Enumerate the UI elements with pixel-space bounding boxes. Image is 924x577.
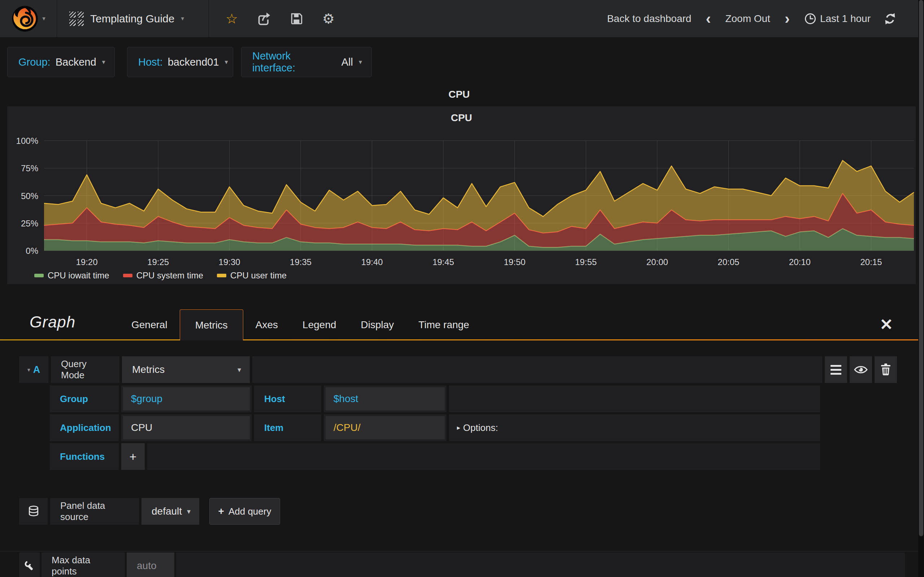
star-button[interactable]: ☆ xyxy=(226,11,238,27)
panel-title[interactable]: CPU xyxy=(7,112,916,124)
item-field-cell: /CPU/ xyxy=(324,414,446,441)
graph-panel: CPU 19:2019:2519:3019:3519:4019:4519:501… xyxy=(7,106,916,284)
tab-display[interactable]: Display xyxy=(349,309,406,340)
legend-label: CPU system time xyxy=(136,271,203,280)
grafana-page: ▾ Templating Guide ▾ ☆ xyxy=(0,0,924,577)
item-label: Item xyxy=(254,414,321,441)
max-data-points-row: Max data points auto xyxy=(19,553,905,577)
group-input[interactable]: $group xyxy=(123,387,250,410)
datasource-value: default xyxy=(152,506,182,517)
tab-general[interactable]: General xyxy=(119,309,180,340)
svg-text:19:25: 19:25 xyxy=(147,257,169,267)
host-input[interactable]: $host xyxy=(326,387,445,410)
application-label: Application xyxy=(50,414,119,441)
options-toggle[interactable]: ▸ Options: xyxy=(457,422,498,434)
section-divider xyxy=(0,551,918,551)
query-row-application-item: Application CPU Item /CPU/ ▸ Options: xyxy=(50,414,820,441)
panel-editor-header: Graph General Metrics Axes Legend Displa… xyxy=(0,309,918,340)
clock-icon xyxy=(804,13,816,25)
svg-text:20:00: 20:00 xyxy=(646,257,668,267)
query-mode-select[interactable]: Metrics ▾ xyxy=(122,356,250,383)
tab-time-range[interactable]: Time range xyxy=(406,309,481,340)
page-scrollbar xyxy=(918,0,924,577)
application-input[interactable]: CPU xyxy=(123,416,250,439)
query-collapse-cell[interactable]: ▾ A xyxy=(19,356,48,383)
datasource-select[interactable]: default ▾ xyxy=(142,498,199,525)
template-var-host[interactable]: Host: backend01 ▾ xyxy=(127,47,233,77)
chevron-down-icon: ▾ xyxy=(359,58,362,66)
gear-icon: ⚙ xyxy=(322,11,334,27)
time-forward-chevron[interactable]: › xyxy=(783,11,791,26)
tab-axes[interactable]: Axes xyxy=(243,309,290,340)
close-editor-button[interactable]: ✕ xyxy=(880,317,893,332)
grafana-logo-icon xyxy=(11,5,39,32)
item-input[interactable]: /CPU/ xyxy=(326,416,445,439)
add-query-button[interactable]: + Add query xyxy=(209,498,280,525)
svg-text:100%: 100% xyxy=(16,136,38,146)
svg-text:25%: 25% xyxy=(21,219,38,228)
time-range-label: Last 1 hour xyxy=(820,13,871,24)
legend-swatch xyxy=(217,274,226,277)
share-button[interactable] xyxy=(257,11,271,26)
star-icon: ☆ xyxy=(226,11,238,27)
trash-icon xyxy=(880,364,891,376)
dashboard-title-dropdown[interactable]: Templating Guide ▾ xyxy=(57,0,208,37)
chevron-down-icon: ▾ xyxy=(237,365,241,374)
tab-metrics[interactable]: Metrics xyxy=(180,309,243,340)
toggle-query-button[interactable] xyxy=(850,356,872,383)
max-data-points-placeholder: auto xyxy=(137,560,157,572)
template-var-group[interactable]: Group: Backend ▾ xyxy=(7,47,115,77)
dashboard-title: Templating Guide xyxy=(90,13,174,25)
group-label: Group xyxy=(50,385,119,412)
svg-text:0%: 0% xyxy=(26,246,38,256)
scrollbar-thumb[interactable] xyxy=(919,0,923,536)
panel-header-title[interactable]: CPU xyxy=(0,89,918,100)
options-chevron-icon: ▸ xyxy=(457,424,460,432)
template-var-label: Group: xyxy=(18,56,50,68)
query-mode-label: Query Mode xyxy=(51,356,120,383)
navbar: ▾ Templating Guide ▾ ☆ xyxy=(0,0,918,37)
zoom-out-button[interactable]: Zoom Out xyxy=(725,13,770,24)
tweaks-icon-cell xyxy=(19,553,40,577)
cpu-graph-svg[interactable]: 19:2019:2519:3019:3519:4019:4519:5019:55… xyxy=(7,132,916,269)
time-back-chevron[interactable]: ‹ xyxy=(704,11,712,26)
query-row-filler xyxy=(449,385,820,412)
svg-text:19:20: 19:20 xyxy=(76,257,97,267)
svg-text:19:50: 19:50 xyxy=(504,257,525,267)
legend-item-iowait[interactable]: CPU iowait time xyxy=(34,271,109,280)
legend-label: CPU user time xyxy=(230,271,287,280)
add-function-button[interactable]: + xyxy=(121,443,145,470)
back-to-dashboard-link[interactable]: Back to dashboard xyxy=(607,13,691,24)
refresh-button[interactable] xyxy=(884,12,897,25)
legend-item-user[interactable]: CPU user time xyxy=(217,271,287,280)
delete-query-button[interactable] xyxy=(874,356,897,383)
svg-text:19:30: 19:30 xyxy=(219,257,241,267)
query-menu-button[interactable] xyxy=(825,356,847,383)
svg-text:20:05: 20:05 xyxy=(717,257,739,267)
query-row-functions: Functions + xyxy=(50,443,820,470)
time-picker-button[interactable]: Last 1 hour xyxy=(804,13,871,25)
svg-text:20:10: 20:10 xyxy=(789,257,811,267)
template-var-value: backend01 xyxy=(168,56,219,68)
panel-datasource-label: Panel data source xyxy=(50,498,139,525)
graph-legend: CPU iowait time CPU system time CPU user… xyxy=(34,271,287,280)
save-button[interactable] xyxy=(290,12,304,26)
legend-item-system[interactable]: CPU system time xyxy=(123,271,203,280)
settings-button[interactable]: ⚙ xyxy=(322,11,334,27)
legend-label: CPU iowait time xyxy=(48,271,109,280)
query-row-filler xyxy=(252,356,822,383)
svg-text:19:45: 19:45 xyxy=(432,257,454,267)
template-var-network-interface[interactable]: Network interface: All ▾ xyxy=(241,47,372,77)
template-var-label: Network interface: xyxy=(252,50,336,74)
template-var-label: Host: xyxy=(138,56,163,68)
options-label: Options: xyxy=(463,422,498,434)
max-data-points-input[interactable]: auto xyxy=(127,553,174,577)
query-letter: A xyxy=(33,364,40,376)
panel-type-heading: Graph xyxy=(30,313,76,331)
chevron-down-icon: ▾ xyxy=(187,507,191,516)
grafana-menu-button[interactable]: ▾ xyxy=(0,0,57,37)
refresh-icon xyxy=(884,12,897,25)
legend-swatch xyxy=(123,274,132,277)
tab-legend[interactable]: Legend xyxy=(290,309,348,340)
svg-text:20:15: 20:15 xyxy=(860,257,882,267)
